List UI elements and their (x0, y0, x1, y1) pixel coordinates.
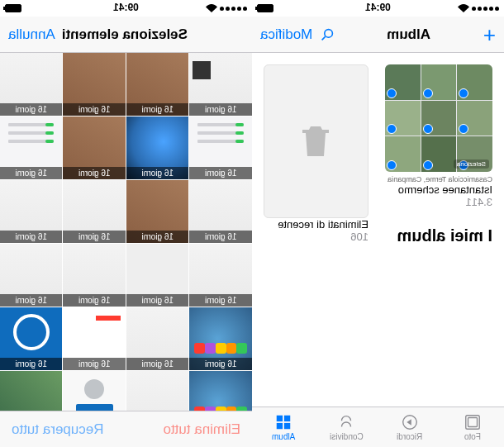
cancel-button[interactable]: Annulla (8, 26, 55, 43)
photo-cell[interactable]: 16 giorni (64, 371, 126, 411)
photos-icon (462, 413, 483, 431)
select-screen: 09:41 Seleziona elementi Annulla 16 gior… (0, 0, 252, 447)
svg-point-0 (325, 29, 333, 37)
status-time: 09:41 (113, 2, 139, 13)
photo-cell[interactable]: 16 giorni (0, 307, 63, 370)
days-left-label: 16 giorni (190, 358, 253, 370)
photo-cell[interactable]: 16 giorni (0, 53, 63, 116)
days-left-label: 16 giorni (64, 167, 126, 179)
delete-all-button[interactable]: Elimina tutto (163, 421, 240, 438)
tab-label: Foto (464, 432, 481, 441)
days-left-label: 16 giorni (64, 103, 126, 116)
battery-indicator (257, 4, 273, 12)
search-button[interactable] (321, 28, 334, 41)
svg-rect-3 (468, 418, 477, 427)
album-name: Istantanee schermo (385, 183, 492, 196)
photo-cell[interactable]: 16 giorni (190, 307, 253, 370)
svg-rect-9 (277, 423, 283, 429)
tab-shared[interactable]: Condivisi (315, 407, 378, 447)
photo-cell[interactable]: 16 giorni (126, 53, 189, 116)
nav-title: Album (387, 26, 430, 43)
shared-icon (335, 413, 357, 431)
photo-cell[interactable]: 16 giorni (126, 117, 189, 179)
wifi-icon (206, 4, 217, 12)
tab-label: Condivisi (330, 432, 364, 441)
select-caption: Seleziona (454, 159, 489, 169)
photo-cell[interactable]: 16 giorni (0, 371, 63, 411)
photo-cell[interactable]: 16 giorni (190, 117, 253, 179)
days-left-label: 16 giorni (64, 358, 126, 370)
tab-label: Ricordi (397, 432, 422, 441)
album-screenshots[interactable]: Seleziona Casamicciola Terme, Campania I… (385, 64, 492, 218)
svg-line-1 (322, 36, 326, 40)
photo-cell[interactable]: 16 giorni (126, 244, 189, 307)
days-left-label: 16 giorni (126, 231, 189, 243)
signal-indicator (472, 7, 499, 11)
days-left-label: 16 giorni (64, 294, 126, 307)
days-left-label: 16 giorni (126, 167, 189, 179)
battery-indicator (5, 4, 21, 12)
albums-nav: + Album Modifica (252, 17, 504, 53)
tab-label: Album (272, 432, 295, 441)
days-left-label: 16 giorni (126, 294, 189, 307)
albums-area: Seleziona Casamicciola Terme, Campania I… (252, 53, 504, 218)
status-bar: 09:41 (252, 0, 504, 17)
days-left-label: 16 giorni (0, 231, 63, 243)
add-album-button[interactable]: + (483, 24, 496, 45)
photo-cell[interactable]: 16 giorni (64, 307, 126, 370)
days-left-label: 16 giorni (0, 103, 63, 116)
status-bar: 09:41 (0, 0, 252, 17)
edit-button[interactable]: Modifica (260, 26, 312, 43)
tab-albums[interactable]: Album (252, 407, 315, 447)
photo-cell[interactable]: 16 giorni (190, 180, 253, 243)
wifi-icon (458, 4, 469, 12)
photo-grid: 16 giorni16 giorni16 giorni16 giorni16 g… (0, 53, 252, 411)
days-left-label: 16 giorni (190, 103, 253, 116)
days-left-label: 16 giorni (126, 103, 189, 116)
photo-cell[interactable]: 16 giorni (64, 53, 126, 116)
photo-cell[interactable]: 16 giorni (126, 180, 189, 243)
svg-marker-5 (407, 419, 411, 425)
memories-icon (399, 413, 421, 431)
photo-cell[interactable]: 16 giorni (190, 371, 253, 411)
recover-all-button[interactable]: Recupera tutto (12, 421, 104, 438)
albums-screen: 09:41 + Album Modifica Seleziona Casam (252, 0, 504, 447)
album-count: 3.411 (385, 196, 492, 208)
photo-cell[interactable]: 16 giorni (64, 244, 126, 307)
days-left-label: 16 giorni (0, 167, 63, 179)
days-left-label: 16 giorni (64, 231, 126, 243)
svg-rect-7 (277, 416, 283, 421)
photo-cell[interactable]: 16 giorni (190, 244, 253, 307)
signal-indicator (220, 7, 247, 11)
album-recently-deleted[interactable]: Eliminati di recente 106 (264, 64, 368, 218)
search-icon (321, 28, 334, 41)
days-left-label: 16 giorni (0, 294, 63, 307)
photo-cell[interactable]: 16 giorni (190, 53, 253, 116)
days-left-label: 16 giorni (0, 358, 63, 370)
tab-photos[interactable]: Foto (441, 407, 504, 447)
days-left-label: 16 giorni (126, 358, 189, 370)
svg-rect-6 (284, 416, 290, 421)
status-time: 09:41 (365, 2, 391, 13)
my-albums-heading: I miei album (252, 218, 504, 254)
photo-cell[interactable]: 16 giorni (0, 180, 63, 243)
days-left-label: 16 giorni (190, 231, 253, 243)
nav-title: Seleziona elementi (62, 26, 188, 43)
photo-cell[interactable]: 16 giorni (64, 180, 126, 243)
svg-rect-8 (284, 423, 290, 429)
albums-icon (273, 413, 294, 431)
select-toolbar: Elimina tutto Recupera tutto (0, 411, 252, 447)
trash-icon (297, 121, 336, 161)
tab-memories[interactable]: Ricordi (378, 407, 441, 447)
album-location: Casamicciola Terme, Campania (385, 175, 492, 183)
select-nav: Seleziona elementi Annulla (0, 17, 252, 53)
photo-cell[interactable]: 16 giorni (0, 244, 63, 307)
days-left-label: 16 giorni (190, 167, 253, 179)
days-left-label: 16 giorni (190, 294, 253, 307)
photo-cell[interactable]: 16 giorni (64, 117, 126, 179)
photo-cell[interactable]: 16 giorni (126, 371, 189, 411)
photo-cell[interactable]: 16 giorni (126, 307, 189, 370)
tab-bar: Foto Ricordi Condivisi Album (252, 407, 504, 447)
photo-cell[interactable]: 16 giorni (0, 117, 63, 179)
